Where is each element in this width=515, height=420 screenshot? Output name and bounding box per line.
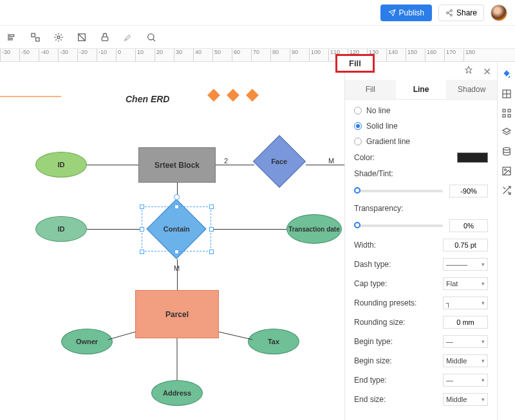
data-dock-icon[interactable] [501, 147, 512, 157]
dash-select[interactable]: ———▾ [443, 258, 488, 271]
entity-owner[interactable]: Owner [61, 329, 113, 354]
title-underline [0, 96, 61, 97]
resize-handle[interactable] [174, 205, 179, 209]
begin-size-select[interactable]: Middle▾ [443, 354, 488, 367]
resize-handle[interactable] [140, 227, 144, 232]
entity-street-block[interactable]: Srteet Block [138, 147, 216, 183]
connector [216, 165, 254, 165]
svg-rect-11 [102, 37, 108, 41]
svg-point-25 [503, 147, 510, 150]
close-button[interactable]: ✕ [482, 66, 492, 76]
ruler: -30-50-40-30-20-100102030405060708090100… [0, 49, 515, 62]
label-shade: Shade/Tint: [354, 169, 393, 178]
deco-diamond [227, 89, 239, 102]
resize-handle[interactable] [174, 250, 179, 254]
color-swatch[interactable] [457, 152, 488, 163]
tab-fill[interactable]: Fill [345, 80, 396, 99]
resize-handle[interactable] [209, 227, 214, 232]
resize-handle[interactable] [209, 250, 214, 254]
connector [306, 165, 344, 165]
end-size-select[interactable]: Middle▾ [443, 393, 488, 406]
entity-address[interactable]: Address [151, 380, 203, 406]
tab-line[interactable]: Line [396, 80, 447, 99]
shade-input[interactable] [449, 185, 488, 197]
align-left-icon[interactable] [6, 32, 18, 43]
radio-solid-line[interactable]: Solid line [354, 122, 488, 131]
entity-parcel[interactable]: Parcel [135, 290, 219, 338]
panel-tabs: Fill Line Shadow [345, 80, 497, 100]
round-preset-select[interactable]: ┐▾ [443, 297, 488, 309]
svg-rect-21 [503, 109, 505, 112]
deco-diamond [207, 89, 220, 102]
resize-handle[interactable] [209, 205, 214, 209]
begin-type-select[interactable]: —▾ [443, 335, 488, 348]
publish-button[interactable]: Publish [380, 5, 432, 21]
svg-rect-23 [503, 114, 505, 117]
resize-handle[interactable] [140, 250, 144, 254]
svg-rect-24 [508, 114, 510, 117]
image-dock-icon[interactable] [501, 166, 512, 176]
selection-box [142, 206, 211, 251]
svg-line-15 [219, 332, 252, 340]
round-size-input[interactable] [443, 316, 488, 329]
label-round-preset: Rounding presets: [354, 298, 417, 307]
shade-slider[interactable] [354, 190, 443, 192]
layers-dock-icon[interactable] [501, 127, 512, 138]
svg-point-8 [57, 36, 60, 39]
tab-shadow[interactable]: Shadow [446, 80, 497, 99]
lock-icon[interactable] [99, 32, 111, 43]
share-button[interactable]: Share [438, 5, 484, 21]
label-dash: Dash type: [354, 260, 391, 269]
connector [87, 165, 138, 165]
page-title: Chen ERD [126, 94, 169, 104]
resize-handle[interactable] [140, 205, 144, 209]
publish-label: Publish [399, 8, 424, 17]
svg-point-1 [446, 12, 448, 14]
pin-button[interactable] [464, 66, 474, 76]
crop-icon[interactable] [76, 32, 88, 43]
radio-no-line[interactable]: No line [354, 106, 488, 115]
fill-dock-icon[interactable] [501, 69, 512, 80]
radio-gradient-line[interactable]: Gradient line [354, 137, 488, 146]
width-input[interactable] [443, 239, 488, 251]
shuffle-dock-icon[interactable] [501, 185, 512, 196]
svg-point-2 [450, 14, 452, 16]
label-round-size: Rounding size: [354, 318, 405, 327]
label-cap: Cap type: [354, 279, 387, 288]
tools-icon[interactable] [122, 32, 134, 43]
rotate-handle[interactable] [174, 194, 180, 200]
main: Chen ERD ID Srteet Block Face 2 M ID Con… [0, 62, 515, 420]
avatar[interactable] [491, 5, 507, 21]
distribute-icon[interactable] [30, 32, 41, 43]
search-icon[interactable] [145, 32, 157, 43]
label-width: Width: [354, 241, 376, 250]
label-begin-type: Begin type: [354, 337, 393, 346]
transparency-input[interactable] [449, 219, 488, 232]
share-icon [445, 9, 453, 17]
label-color: Color: [354, 153, 375, 162]
svg-rect-22 [508, 109, 510, 112]
svg-line-13 [153, 39, 155, 41]
layout-dock-icon[interactable] [501, 89, 512, 99]
transparency-slider[interactable] [354, 224, 443, 227]
entity-id2[interactable]: ID [35, 216, 87, 242]
svg-point-27 [504, 169, 506, 171]
cardinality-label: M [328, 157, 334, 165]
label-transparency: Transparency: [354, 204, 403, 213]
canvas[interactable]: Chen ERD ID Srteet Block Face 2 M ID Con… [0, 62, 344, 420]
cap-select[interactable]: Flat▾ [443, 277, 488, 290]
connector [87, 229, 142, 230]
entity-id1[interactable]: ID [35, 152, 87, 178]
deco-diamond [246, 89, 259, 102]
entity-transaction-date[interactable]: Transaction date [286, 214, 342, 244]
end-type-select[interactable]: —▾ [443, 374, 488, 387]
svg-rect-5 [10, 38, 12, 40]
relation-face[interactable]: Face [253, 135, 306, 188]
panel-body: No line Solid line Gradient line Color: … [345, 100, 497, 412]
entity-tax[interactable]: Tax [248, 329, 299, 354]
properties-panel: Fill ✕ Fill Line Shadow No line Solid li… [344, 62, 497, 420]
svg-point-12 [148, 33, 154, 39]
grid-dock-icon[interactable] [501, 108, 512, 118]
publish-icon [388, 9, 396, 17]
effects-icon[interactable] [53, 32, 64, 43]
